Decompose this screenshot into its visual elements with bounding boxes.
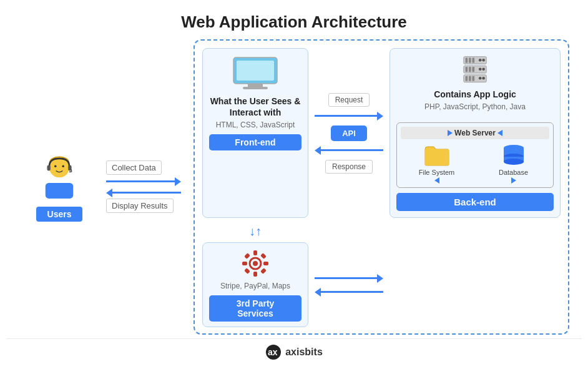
svg-rect-16 bbox=[472, 57, 474, 62]
svg-rect-14 bbox=[466, 57, 468, 62]
arrow-line bbox=[315, 115, 377, 117]
svg-rect-39 bbox=[253, 272, 257, 277]
backend-subtitle: PHP, JavaScript, Python, Java bbox=[424, 102, 526, 111]
webserver-inner-row: File System bbox=[401, 143, 549, 184]
tp-to-backend-arrow bbox=[315, 274, 383, 283]
monitor-icon bbox=[230, 56, 280, 91]
backend-title: Contains App Logic bbox=[434, 89, 516, 100]
gear-icon bbox=[240, 248, 271, 279]
arch-top-row: What the User Sees & Interact with HTML,… bbox=[202, 48, 561, 218]
svg-rect-20 bbox=[466, 67, 468, 72]
svg-rect-42 bbox=[244, 253, 250, 259]
svg-rect-6 bbox=[47, 165, 50, 170]
frontend-badge: Front-end bbox=[209, 134, 301, 150]
backend-to-tp-arrow bbox=[315, 288, 383, 297]
svg-rect-44 bbox=[244, 268, 250, 274]
webserver-label: Web Server bbox=[401, 127, 549, 139]
svg-rect-10 bbox=[237, 61, 274, 81]
third-party-box: Stripe, PayPal, Maps 3rd Party Services bbox=[202, 242, 308, 327]
user-section: Users bbox=[19, 153, 100, 222]
filesystem-item: File System bbox=[401, 143, 473, 184]
webserver-left-arrow bbox=[448, 130, 453, 136]
svg-rect-38 bbox=[253, 250, 257, 255]
svg-rect-11 bbox=[248, 84, 263, 87]
svg-rect-43 bbox=[260, 253, 267, 259]
third-party-badge: 3rd Party Services bbox=[209, 295, 301, 322]
svg-rect-21 bbox=[469, 67, 471, 72]
svg-point-23 bbox=[482, 67, 485, 71]
user-avatar-icon bbox=[34, 153, 84, 203]
webserver-title: Web Server bbox=[454, 129, 496, 137]
svg-rect-5 bbox=[46, 183, 73, 199]
svg-point-3 bbox=[54, 165, 57, 167]
frontend-subtitle: HTML, CSS, JavaScript bbox=[216, 121, 295, 129]
filesystem-label: File System bbox=[419, 169, 454, 176]
backend-top: Contains App Logic PHP, JavaScript, Pyth… bbox=[396, 55, 554, 116]
page-title: Web Application Architecture bbox=[181, 12, 407, 32]
user-label: Users bbox=[36, 207, 83, 222]
display-results-label: Display Results bbox=[106, 199, 174, 213]
footer: ax axisbits bbox=[6, 338, 582, 363]
content-area: Users Collect Data Display Results bbox=[6, 38, 582, 336]
collect-data-label: Collect Data bbox=[106, 160, 162, 175]
footer-logo: ax axisbits bbox=[265, 344, 323, 360]
display-results-arrow bbox=[106, 189, 181, 197]
arrow-head bbox=[175, 177, 181, 186]
arrow-line bbox=[321, 149, 383, 151]
backend-badge: Back-end bbox=[396, 193, 554, 211]
svg-point-35 bbox=[504, 159, 524, 165]
arrow-head bbox=[106, 189, 112, 197]
arrow-head bbox=[315, 146, 321, 155]
middle-arrows: Request API Response bbox=[315, 48, 383, 218]
svg-rect-12 bbox=[243, 87, 268, 89]
request-label: Request bbox=[328, 93, 370, 107]
svg-point-18 bbox=[479, 59, 482, 62]
webserver-box: Web Server bbox=[396, 122, 554, 188]
svg-rect-28 bbox=[472, 76, 474, 81]
svg-rect-26 bbox=[466, 76, 468, 81]
architecture-box: What the User Sees & Interact with HTML,… bbox=[194, 39, 569, 335]
collect-data-arrow bbox=[106, 177, 181, 186]
svg-point-37 bbox=[253, 261, 258, 266]
axisbits-logo-icon: ax bbox=[265, 344, 282, 360]
arrow-line bbox=[112, 192, 181, 194]
vertical-arrows: ↓↑ bbox=[249, 224, 262, 239]
frontend-title: What the User Sees & Interact with bbox=[209, 96, 301, 118]
api-badge: API bbox=[331, 125, 367, 141]
arrow-head bbox=[377, 112, 383, 121]
webserver-right-arrow bbox=[497, 130, 502, 136]
database-label: Database bbox=[499, 169, 528, 176]
svg-point-24 bbox=[479, 67, 482, 71]
server-icon bbox=[453, 55, 497, 86]
svg-point-29 bbox=[482, 77, 485, 80]
backend-outer-box: Contains App Logic PHP, JavaScript, Pyth… bbox=[390, 48, 561, 218]
main-container: Web Application Architecture bbox=[0, 0, 588, 369]
svg-point-30 bbox=[479, 77, 482, 80]
arrow-line bbox=[315, 277, 377, 279]
svg-rect-15 bbox=[469, 57, 471, 62]
svg-point-4 bbox=[62, 165, 64, 167]
folder-icon bbox=[424, 143, 450, 167]
arrow-head bbox=[377, 274, 383, 283]
response-label: Response bbox=[325, 160, 373, 174]
third-party-subtitle: Stripe, PayPal, Maps bbox=[220, 282, 290, 290]
svg-rect-41 bbox=[263, 262, 268, 265]
frontend-box: What the User Sees & Interact with HTML,… bbox=[202, 48, 308, 218]
db-arrow bbox=[511, 177, 516, 184]
bottom-row: ↓↑ bbox=[202, 224, 561, 327]
svg-text:ax: ax bbox=[268, 347, 278, 357]
arrow-head bbox=[315, 288, 321, 297]
svg-rect-40 bbox=[242, 262, 247, 265]
svg-point-17 bbox=[482, 59, 485, 62]
user-arrows: Collect Data Display Results bbox=[106, 160, 181, 214]
arrow-line bbox=[321, 291, 383, 293]
fs-arrow bbox=[434, 177, 439, 184]
svg-rect-27 bbox=[469, 76, 471, 81]
svg-rect-45 bbox=[260, 268, 267, 274]
svg-rect-22 bbox=[472, 67, 474, 72]
request-arrow bbox=[315, 112, 383, 121]
footer-logo-text: axisbits bbox=[285, 347, 323, 358]
database-item: Database bbox=[478, 143, 549, 184]
database-icon bbox=[501, 143, 527, 167]
backend-section: Contains App Logic PHP, JavaScript, Pyth… bbox=[390, 48, 561, 218]
